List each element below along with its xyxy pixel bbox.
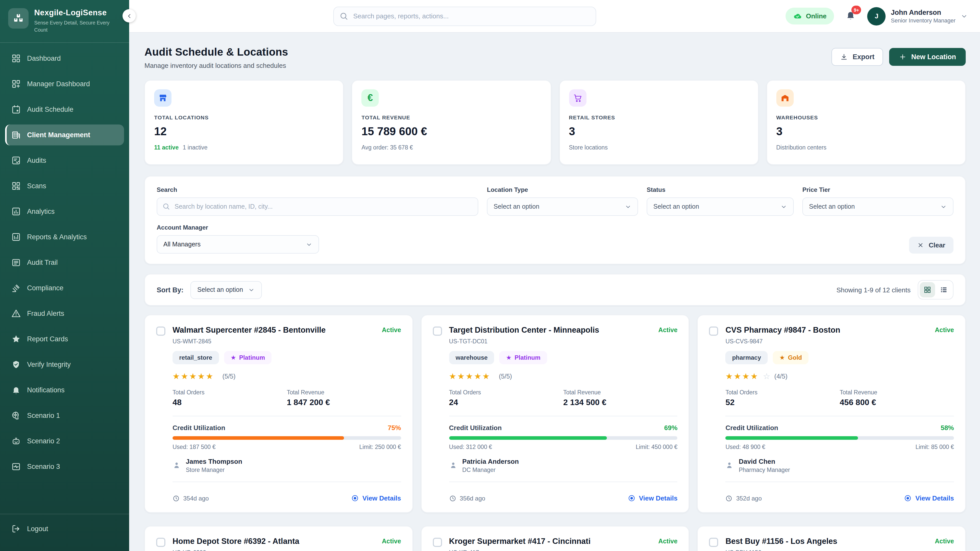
- contact-name: Patricia Anderson: [462, 457, 519, 465]
- bot-icon: [11, 437, 21, 446]
- grid-view-button[interactable]: [920, 282, 935, 297]
- sidebar-item[interactable]: Fraud Alerts: [5, 303, 124, 324]
- sidebar-item[interactable]: Analytics: [5, 201, 124, 222]
- sidebar-item-label: Scenario 1: [27, 412, 60, 420]
- sidebar-item[interactable]: Scenario 3: [5, 456, 124, 477]
- stat-sub: Avg order: 35 678 €: [362, 144, 413, 151]
- view-toggle: [918, 280, 953, 300]
- client-checkbox[interactable]: [156, 538, 165, 547]
- client-name: Kroger Supermarket #417 - Cincinnati: [449, 537, 653, 546]
- clear-filters-button[interactable]: Clear: [909, 237, 953, 254]
- credit-used: Used: 48 900 €: [725, 444, 765, 450]
- status-select[interactable]: Select an option: [647, 197, 794, 216]
- stat-label: TOTAL LOCATIONS: [154, 114, 334, 121]
- chart-icon: [11, 207, 21, 217]
- brand-subtitle: Sense Every Detail, Secure Every Count: [34, 19, 112, 33]
- sidebar-item-label: Verify Integrity: [27, 361, 71, 368]
- sidebar-item[interactable]: Audits: [5, 150, 124, 171]
- sidebar-item-label: Notifications: [27, 386, 65, 394]
- view-details-link[interactable]: View Details: [628, 494, 677, 502]
- user-icon: [449, 461, 457, 469]
- stat-card: RETAIL STORES 3 Store locations: [559, 80, 759, 165]
- credit-limit: Limit: 250 000 €: [360, 444, 401, 450]
- sidebar-collapse-button[interactable]: [123, 9, 136, 22]
- filters-panel: Search Location Type Select an option: [145, 176, 966, 264]
- grid-icon: [11, 54, 21, 64]
- contact-name: James Thompson: [186, 457, 242, 465]
- account-manager-label: Account Manager: [157, 224, 319, 231]
- sidebar-item[interactable]: Notifications: [5, 380, 124, 401]
- stat-card: € TOTAL REVENUE 15 789 600 € Avg order: …: [352, 80, 551, 165]
- avatar: J: [867, 7, 886, 25]
- building-icon: [11, 130, 21, 140]
- user-menu[interactable]: J John Anderson Senior Inventory Manager: [867, 7, 968, 25]
- client-name: Walmart Supercenter #2845 - Bentonville: [172, 326, 377, 335]
- sidebar-item[interactable]: Reports & Analytics: [5, 227, 124, 248]
- logout-label: Logout: [27, 525, 48, 533]
- client-checkbox[interactable]: [433, 538, 442, 547]
- view-details-link[interactable]: View Details: [351, 494, 401, 502]
- eye-icon: [904, 494, 912, 502]
- sidebar-item[interactable]: Compliance: [5, 278, 124, 299]
- store-icon: [158, 94, 167, 103]
- location-type-select[interactable]: Select an option: [487, 197, 638, 216]
- export-button[interactable]: Export: [832, 48, 883, 66]
- account-manager-select[interactable]: All Managers: [157, 235, 319, 254]
- sidebar-item-label: Dashboard: [27, 55, 61, 62]
- utilization-bar-fill: [449, 436, 607, 440]
- client-checkbox[interactable]: [709, 327, 718, 336]
- client-status-badge: Active: [382, 327, 401, 333]
- price-tier-label: Price Tier: [802, 186, 953, 193]
- rating-text: (5/5): [222, 373, 235, 380]
- list-view-button[interactable]: [936, 282, 951, 297]
- client-id: US-WMT-2845: [172, 338, 401, 345]
- notifications-button[interactable]: 9+: [845, 10, 856, 22]
- global-search: [333, 6, 596, 26]
- sidebar-item[interactable]: Verify Integrity: [5, 354, 124, 375]
- global-search-input[interactable]: [333, 6, 596, 26]
- price-tier-select[interactable]: Select an option: [802, 197, 953, 216]
- sidebar-item[interactable]: Audit Trail: [5, 252, 124, 273]
- sidebar-item[interactable]: Scenario 2: [5, 431, 124, 452]
- orders-value: 52: [725, 398, 840, 407]
- client-card: Best Buy #1156 - Los Angeles Active US-B…: [697, 526, 966, 551]
- sidebar-item-label: Manager Dashboard: [27, 80, 90, 88]
- stat-sub-accent: 11 active: [154, 144, 179, 151]
- view-details-link[interactable]: View Details: [904, 494, 954, 502]
- client-checkbox[interactable]: [709, 538, 718, 547]
- euro-icon: €: [366, 94, 375, 103]
- logout-button[interactable]: Logout: [5, 518, 124, 539]
- sidebar-item[interactable]: Client Management: [5, 125, 124, 146]
- alert-icon: [11, 309, 21, 319]
- chevron-down-icon: [248, 286, 255, 293]
- app-window: Nexgile-LogiSense Sense Every Detail, Se…: [0, 0, 980, 551]
- revenue-label: Total Revenue: [563, 389, 678, 395]
- location-search-input[interactable]: [157, 197, 478, 216]
- sidebar-item[interactable]: Scenario 1: [5, 405, 124, 426]
- rating-text: (4/5): [774, 373, 788, 380]
- clock-icon: [449, 495, 456, 502]
- sidebar-item[interactable]: Manager Dashboard: [5, 74, 124, 95]
- client-checkbox[interactable]: [156, 327, 165, 336]
- sidebar-item[interactable]: Dashboard: [5, 48, 124, 69]
- client-checkbox[interactable]: [433, 327, 442, 336]
- client-type-tag: pharmacy: [725, 351, 768, 364]
- sidebar-item-label: Compliance: [27, 284, 64, 292]
- client-rating: ★★★★ ☆ (4/5): [725, 372, 954, 381]
- revenue-label: Total Revenue: [840, 389, 954, 395]
- gavel-icon: [11, 283, 21, 293]
- search-filter-label: Search: [157, 186, 478, 193]
- sidebar-item[interactable]: Audit Schedule: [5, 99, 124, 120]
- sort-select[interactable]: Select an option: [190, 281, 262, 299]
- client-id: US-KR-417: [449, 549, 677, 551]
- sidebar-item-label: Client Management: [27, 131, 90, 139]
- location-type-label: Location Type: [487, 186, 638, 193]
- new-location-button[interactable]: New Location: [889, 48, 966, 66]
- sidebar-item[interactable]: Scans: [5, 176, 124, 197]
- contact-role: Store Manager: [186, 467, 242, 473]
- sidebar-item[interactable]: Report Cards: [5, 329, 124, 350]
- page-subtitle: Manage inventory audit locations and sch…: [145, 62, 288, 69]
- stat-value: 3: [569, 125, 749, 138]
- client-status-badge: Active: [935, 538, 954, 545]
- utilization-label: Credit Utilization: [725, 424, 778, 432]
